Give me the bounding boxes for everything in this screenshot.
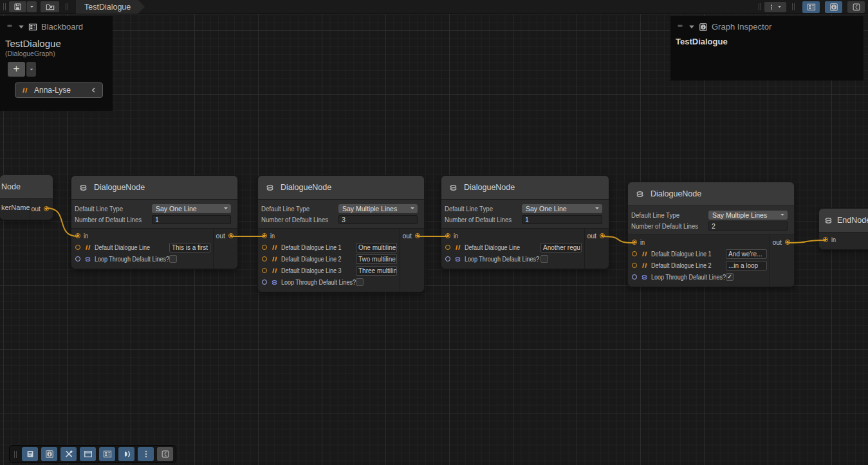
- tri-down-icon[interactable]: [18, 24, 24, 30]
- node-icon: [78, 182, 89, 193]
- toolbar-drag-handle[interactable]: [66, 3, 68, 10]
- port-default-dialogue-line[interactable]: [75, 245, 80, 250]
- number-field[interactable]: 1: [522, 215, 602, 224]
- port-row: kerName: [0, 199, 30, 216]
- node-title-bar[interactable]: DialogueNode: [71, 176, 237, 200]
- port-out[interactable]: [785, 240, 790, 245]
- property-row: Number of Default Lines1: [445, 214, 602, 225]
- port-label: in: [640, 239, 757, 246]
- tri-down-icon[interactable]: [688, 24, 695, 30]
- port-label: Default Dialogue Line 1: [651, 251, 718, 258]
- toggle-blackboard-button[interactable]: [802, 1, 820, 13]
- enum-dropdown[interactable]: Say One Line: [152, 204, 231, 213]
- port-out[interactable]: [228, 233, 234, 238]
- hamburger-icon[interactable]: [5, 24, 14, 30]
- graph-node-node[interactable]: NodekerNameout: [0, 175, 53, 220]
- enum-dropdown[interactable]: Say Multiple Lines: [338, 204, 418, 213]
- port-in[interactable]: [75, 233, 80, 238]
- toolbar-drag-handle[interactable]: [3, 3, 6, 10]
- port-default-dialogue-line-1[interactable]: [262, 245, 267, 250]
- node-title-bar[interactable]: DialogueNode: [628, 182, 794, 206]
- property-control: 3: [338, 215, 418, 224]
- console-button[interactable]: [22, 447, 38, 461]
- toolbar-drag-handle[interactable]: [14, 451, 17, 458]
- property-label: Default Line Type: [261, 205, 332, 213]
- dialogue-line-field[interactable]: Two multiline: [356, 254, 397, 264]
- info-button[interactable]: [41, 447, 57, 461]
- number-field[interactable]: 1: [152, 215, 231, 224]
- dialogue-line-field[interactable]: ...in a loop: [726, 261, 767, 270]
- loop-checkbox[interactable]: ✓: [726, 273, 734, 281]
- save-button[interactable]: [9, 1, 26, 12]
- graph-node-dialoguenode[interactable]: DialogueNodeDefault Line TypeSay Multipl…: [257, 175, 425, 292]
- tools-button[interactable]: [60, 447, 77, 461]
- port-label: out: [216, 232, 225, 240]
- number-field[interactable]: 2: [708, 222, 788, 231]
- dialogue-line-field[interactable]: Three multilin: [356, 266, 397, 276]
- dialogue-line-field[interactable]: One multiline: [356, 243, 397, 252]
- port-loop-through-default-lines-[interactable]: [445, 256, 450, 261]
- port-in[interactable]: [262, 233, 267, 238]
- number-field[interactable]: 3: [338, 215, 418, 224]
- toggle-preview-button[interactable]: [847, 1, 865, 13]
- property-row: Default Line TypeSay One Line: [445, 203, 602, 214]
- port-loop-through-default-lines-[interactable]: [75, 256, 80, 261]
- kebab-button[interactable]: [138, 447, 154, 461]
- node-title-bar[interactable]: Node: [0, 175, 53, 199]
- port-default-dialogue-line-2[interactable]: [632, 263, 637, 268]
- blackboard-button[interactable]: [99, 447, 115, 461]
- loop-checkbox[interactable]: [169, 255, 177, 263]
- toggle-inspector-button[interactable]: [825, 1, 842, 13]
- port-out[interactable]: [44, 206, 49, 211]
- port-default-dialogue-line-3[interactable]: [262, 268, 267, 273]
- node-title-bar[interactable]: DialogueNode: [441, 176, 609, 200]
- window-button[interactable]: [80, 447, 96, 461]
- add-property-button[interactable]: +: [8, 62, 25, 77]
- node-title-bar[interactable]: EndNode: [819, 209, 868, 232]
- chevron-left-icon[interactable]: [90, 86, 97, 94]
- dialogue-line-field[interactable]: And we're...: [726, 249, 767, 259]
- enum-dropdown[interactable]: Say One Line: [522, 204, 602, 213]
- loop-checkbox[interactable]: [356, 278, 364, 286]
- graph-tab[interactable]: TestDialogue: [76, 0, 145, 14]
- open-asset-button[interactable]: [41, 1, 59, 12]
- node-title-bar[interactable]: DialogueNode: [258, 176, 424, 200]
- loop-checkbox[interactable]: [540, 255, 548, 263]
- port-default-dialogue-line-1[interactable]: [632, 251, 637, 256]
- port-default-dialogue-line[interactable]: [445, 245, 450, 250]
- port-in[interactable]: [632, 240, 637, 245]
- save-options-button[interactable]: [27, 1, 37, 12]
- overflow-menu-button[interactable]: [764, 2, 786, 12]
- graph-node-dialoguenode[interactable]: DialogueNodeDefault Line TypeSay Multipl…: [627, 182, 795, 287]
- port-loop-through-default-lines-[interactable]: [262, 280, 267, 285]
- add-property-options-button[interactable]: [26, 62, 36, 77]
- blackboard-panel: Blackboard TestDialogue (DialogueGraph) …: [0, 16, 113, 111]
- toolbar-drag-handle[interactable]: [759, 3, 761, 10]
- dialogue-line-field[interactable]: Another regu: [540, 243, 582, 252]
- port-row: Default Dialogue Line 2Two multiline: [258, 253, 400, 265]
- port-in[interactable]: [823, 237, 828, 242]
- node-properties: Default Line TypeSay Multiple LinesNumbe…: [258, 200, 424, 229]
- port-out[interactable]: [415, 233, 420, 238]
- graph-node-dialoguenode[interactable]: DialogueNodeDefault Line TypeSay One Lin…: [441, 175, 609, 269]
- graph-canvas[interactable]: NodekerNameoutDialogueNodeDefault Line T…: [0, 0, 868, 465]
- transition-button[interactable]: [118, 447, 134, 461]
- port-loop-through-default-lines-[interactable]: [632, 274, 637, 280]
- node-port-section: inDefault Dialogue Line 1One multilineDe…: [258, 229, 424, 292]
- port-default-dialogue-line-2[interactable]: [262, 256, 267, 261]
- port-in[interactable]: [445, 233, 450, 238]
- port-label: Loop Through Default Lines?: [95, 256, 162, 263]
- toolbar-drag-handle[interactable]: [792, 3, 795, 10]
- kebab-icon: [142, 450, 151, 459]
- property-control: 2: [708, 222, 788, 231]
- graph-node-endnode[interactable]: EndNodein: [818, 208, 868, 250]
- hamburger-icon[interactable]: [676, 24, 685, 30]
- graph-node-dialoguenode[interactable]: DialogueNodeDefault Line TypeSay One Lin…: [71, 175, 238, 269]
- save-icon: [14, 3, 22, 11]
- port-out[interactable]: [600, 233, 605, 238]
- node-title-text: DialogueNode: [94, 183, 145, 192]
- dialogue-line-field[interactable]: This is a first: [169, 243, 210, 252]
- enum-dropdown[interactable]: Say Multiple Lines: [708, 211, 788, 220]
- blackboard-property-anna-lyse[interactable]: Anna-Lyse: [15, 82, 103, 98]
- ui-builder-button[interactable]: [157, 447, 173, 461]
